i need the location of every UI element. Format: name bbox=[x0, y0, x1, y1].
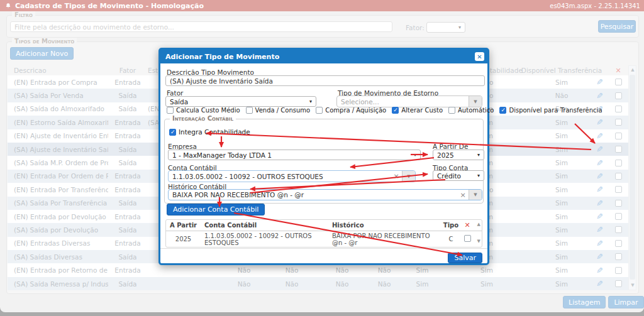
contas-header-conta-cont-bil: Conta Contábil bbox=[201, 222, 330, 229]
checkbox-label: Calcula Custo Médio bbox=[176, 107, 240, 114]
contas-table: A PartirConta ContábilHistóricoTipo✕ 202… bbox=[165, 219, 482, 248]
checkbox-label: Automático bbox=[458, 107, 494, 114]
modal-title: Adicionar Tipo de Movimento bbox=[165, 53, 279, 61]
contas-rows: 20251.1.03.05.0002 - 10092 - OUTROS ESTO… bbox=[166, 231, 482, 247]
checkbox-icon[interactable] bbox=[499, 107, 506, 114]
chevron-down-icon[interactable]: ▼ bbox=[469, 96, 482, 107]
conta-tipo: C bbox=[441, 236, 460, 242]
checkbox-calcula-custo-m-dio[interactable]: Calcula Custo Médio bbox=[167, 107, 240, 114]
checkbox-dispon-vel-para-transfer-ncia[interactable]: Disponível para Transferência bbox=[499, 107, 602, 114]
chevron-down-icon[interactable]: ▼ bbox=[402, 171, 415, 182]
checkbox-icon[interactable] bbox=[316, 107, 323, 114]
checkbox-label: Compra / Aquisição bbox=[325, 107, 386, 114]
integra-contabilidade-item[interactable]: Integra Contabilidade bbox=[169, 128, 250, 136]
add-conta-contabil-button[interactable]: Adicionar Conta Contábil bbox=[167, 204, 265, 215]
integra-contabilidade-label: Integra Contabilidade bbox=[179, 128, 250, 136]
modal-footer bbox=[160, 248, 487, 264]
checkbox-venda-consumo[interactable]: Venda / Consumo bbox=[246, 107, 311, 114]
contas-header: A PartirConta ContábilHistóricoTipo✕ bbox=[166, 220, 482, 231]
contas-header-a-partir: A Partir bbox=[166, 222, 201, 229]
scroll-down-icon[interactable]: ▼ bbox=[477, 239, 480, 244]
close-icon[interactable]: ✕ bbox=[475, 52, 484, 61]
integracao-legend: Integração Contábil bbox=[170, 115, 236, 122]
app-window: Cadastro de Tipos de Movimento - Homolog… bbox=[0, 0, 644, 316]
checkbox-label: Venda / Consumo bbox=[255, 107, 311, 114]
contas-header-delete-icon: ✕ bbox=[460, 221, 474, 229]
clear-icon[interactable]: × bbox=[391, 171, 402, 182]
empresa-select[interactable]: 1 - MaxManager Today LTDA 1▾ bbox=[168, 150, 421, 160]
flags-row: Calcula Custo MédioVenda / ConsumoCompra… bbox=[167, 107, 602, 114]
conta-conta-contabil: 1.1.03.05.0002 - 10092 - OUTROS ESTOQUES bbox=[201, 232, 330, 246]
historico-contabil-combobox[interactable]: BAIXA POR NAO RECEBIMENTO @n - @r × ▼ bbox=[168, 189, 482, 200]
save-button[interactable]: Salvar bbox=[448, 253, 482, 263]
modal-header[interactable]: Adicionar Tipo de Movimento ✕ bbox=[160, 50, 487, 63]
contas-header-hist-rico: Histórico bbox=[330, 222, 441, 229]
conta-historico: BAIXA POR NAO RECEBIMENTO @n - @r bbox=[330, 232, 441, 246]
estorno-combobox[interactable]: Selecione...▼ bbox=[336, 95, 482, 107]
a-partir-de-select[interactable]: 2025▾ bbox=[433, 150, 484, 160]
conta-contabil-combobox[interactable]: 1.1.03.05.0002 - 10092 - OUTROS ESTOQUES… bbox=[168, 170, 416, 182]
conta-delete-checkbox[interactable] bbox=[464, 235, 471, 242]
chevron-down-icon: ▾ bbox=[309, 99, 312, 104]
add-movement-modal: Adicionar Tipo de Movimento ✕ Descrição … bbox=[158, 48, 489, 265]
checkbox-compra-aquisi-o[interactable]: Compra / Aquisição bbox=[316, 107, 386, 114]
checkbox-icon[interactable] bbox=[392, 107, 399, 114]
contas-row[interactable]: 20251.1.03.05.0002 - 10092 - OUTROS ESTO… bbox=[166, 231, 482, 247]
checkbox-icon[interactable] bbox=[448, 107, 455, 114]
fator-select[interactable]: Saída▾ bbox=[165, 96, 316, 107]
scroll-up-icon[interactable]: ▲ bbox=[477, 222, 480, 227]
chevron-down-icon[interactable]: ▼ bbox=[469, 190, 482, 200]
tipo-conta-select[interactable]: Crédito▾ bbox=[433, 170, 484, 181]
checkbox-autom-tico[interactable]: Automático bbox=[448, 107, 494, 114]
chevron-down-icon: ▾ bbox=[477, 173, 480, 178]
descricao-input[interactable]: (SA) Ajuste de Inventário Saída bbox=[165, 75, 485, 86]
contas-header-tipo: Tipo bbox=[441, 222, 460, 229]
checkbox-icon[interactable] bbox=[246, 107, 253, 114]
checkbox-icon[interactable] bbox=[167, 107, 174, 114]
chevron-down-icon: ▾ bbox=[477, 152, 480, 158]
checkbox-label: Disponível para Transferência bbox=[509, 107, 602, 114]
conta-a-partir: 2025 bbox=[166, 236, 201, 242]
chevron-down-icon: ▾ bbox=[414, 152, 416, 158]
checkbox-label: Alterar Custo bbox=[401, 107, 443, 114]
clear-icon[interactable]: × bbox=[457, 190, 469, 200]
checkbox-alterar-custo[interactable]: Alterar Custo bbox=[392, 107, 443, 114]
integra-contabilidade-checkbox[interactable] bbox=[169, 129, 176, 136]
